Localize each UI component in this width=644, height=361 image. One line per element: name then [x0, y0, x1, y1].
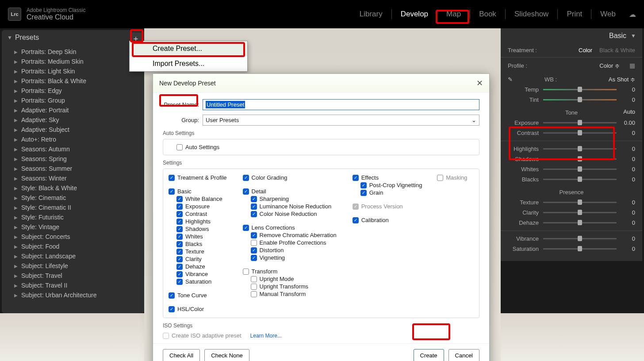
- chk-contrast[interactable]: ✓: [176, 211, 183, 217]
- presets-header[interactable]: ▼ Presets ＋: [2, 30, 144, 45]
- saturation-slider[interactable]: [543, 248, 617, 250]
- module-web[interactable]: Web: [599, 8, 617, 20]
- chk-vibrance[interactable]: ✓: [176, 271, 183, 277]
- chk-masking[interactable]: [437, 175, 443, 181]
- module-map[interactable]: Map: [445, 8, 462, 20]
- preset-item[interactable]: ▶Portraits: Group: [2, 96, 144, 105]
- chk-exposure[interactable]: ✓: [176, 204, 183, 210]
- chk-basic[interactable]: ✓: [169, 188, 175, 195]
- preset-item[interactable]: ▶Seasons: Autumn: [2, 144, 144, 154]
- chk-effects[interactable]: ✓: [353, 175, 359, 181]
- chk-saturation[interactable]: ✓: [176, 279, 183, 285]
- texture-slider[interactable]: [543, 202, 617, 203]
- vibrance-slider[interactable]: [543, 238, 617, 239]
- dehaze-slider[interactable]: [543, 222, 617, 223]
- module-slideshow[interactable]: Slideshow: [514, 8, 550, 20]
- cloud-sync-icon[interactable]: ☁: [629, 10, 636, 19]
- chk-grain[interactable]: ✓: [360, 190, 367, 196]
- preset-item[interactable]: ▶Subject: Concerts: [2, 232, 144, 242]
- close-icon[interactable]: ✕: [476, 78, 483, 88]
- chk-clarity[interactable]: ✓: [176, 256, 183, 262]
- preset-item[interactable]: ▶Seasons: Summer: [2, 164, 144, 173]
- highlights-slider[interactable]: [543, 148, 617, 150]
- create-button[interactable]: Create: [414, 349, 444, 361]
- profile-select[interactable]: Color ≑: [599, 62, 620, 69]
- whites-value[interactable]: 0: [621, 166, 635, 173]
- module-develop[interactable]: Develop: [400, 8, 429, 20]
- preset-item[interactable]: ▶Style: Vintage: [2, 222, 144, 232]
- chk-lens[interactable]: ✓: [243, 225, 249, 231]
- chk-color-noise-reduction[interactable]: ✓: [251, 211, 257, 217]
- learn-more-link[interactable]: Learn More...: [250, 333, 282, 339]
- preset-name-input[interactable]: Untitled Preset: [203, 99, 479, 110]
- chk-tone-curve[interactable]: ✓: [169, 292, 175, 299]
- preset-item[interactable]: ▶Subject: Lifestyle: [2, 261, 144, 271]
- check-none-button[interactable]: Check None: [204, 349, 249, 361]
- chk-hsl[interactable]: ✓: [169, 306, 175, 312]
- profile-browser-icon[interactable]: ▦: [629, 62, 635, 69]
- chk-vignetting[interactable]: ✓: [251, 255, 257, 261]
- preset-item[interactable]: ▶Portraits: Black & White: [2, 76, 144, 86]
- saturation-value[interactable]: 0: [621, 246, 635, 252]
- preset-item[interactable]: ▶Seasons: Spring: [2, 154, 144, 164]
- chk-color-grading[interactable]: ✓: [243, 175, 249, 181]
- chk-highlights[interactable]: ✓: [176, 219, 183, 225]
- vibrance-value[interactable]: 0: [621, 235, 635, 242]
- chk-sharpening[interactable]: ✓: [251, 196, 257, 202]
- treatment-color[interactable]: Color: [579, 47, 592, 54]
- clarity-slider[interactable]: [543, 212, 617, 213]
- contrast-value[interactable]: 0: [621, 130, 635, 136]
- chk-detail[interactable]: ✓: [243, 188, 249, 195]
- menu-create-preset[interactable]: Create Preset...: [130, 41, 247, 56]
- group-select[interactable]: User Presets⌄: [203, 115, 479, 126]
- module-book[interactable]: Book: [478, 8, 497, 20]
- whites-slider[interactable]: [543, 169, 617, 170]
- chk-dehaze[interactable]: ✓: [176, 264, 183, 270]
- shadows-value[interactable]: 0: [621, 156, 635, 162]
- chk-upright-mode[interactable]: [251, 276, 257, 282]
- tint-slider[interactable]: [543, 99, 617, 100]
- chk-treatment[interactable]: ✓: [169, 175, 175, 181]
- dehaze-value[interactable]: 0: [621, 219, 635, 226]
- clarity-value[interactable]: 0: [621, 209, 635, 216]
- chk-remove-chromatic-aberration[interactable]: ✓: [251, 232, 257, 238]
- wb-select[interactable]: As Shot ≑: [609, 76, 635, 83]
- chk-distortion[interactable]: ✓: [251, 247, 257, 253]
- preset-item[interactable]: ▶Style: Black & White: [2, 183, 144, 193]
- preset-item[interactable]: ▶Portraits: Light Skin: [2, 66, 144, 76]
- contrast-slider[interactable]: [543, 132, 617, 134]
- blacks-slider[interactable]: [543, 179, 617, 180]
- preset-item[interactable]: ▶Seasons: Winter: [2, 173, 144, 183]
- blacks-value[interactable]: 0: [621, 176, 635, 183]
- temp-slider[interactable]: [543, 89, 617, 90]
- preset-item[interactable]: ▶Subject: Travel: [2, 271, 144, 280]
- preset-item[interactable]: ▶Portraits: Deep Skin: [2, 47, 144, 57]
- basic-panel-header[interactable]: Basic▼: [501, 28, 642, 43]
- preset-item[interactable]: ▶Adaptive: Sky: [2, 115, 144, 125]
- chk-whites[interactable]: ✓: [176, 234, 183, 240]
- preset-item[interactable]: ▶Style: Futuristic: [2, 212, 144, 222]
- preset-item[interactable]: ▶Adaptive: Subject: [2, 125, 144, 134]
- auto-tone-button[interactable]: Auto: [623, 108, 635, 115]
- chk-upright-transforms[interactable]: [251, 284, 257, 290]
- check-all-button[interactable]: Check All: [163, 349, 200, 361]
- preset-item[interactable]: ▶Adaptive: Portrait: [2, 105, 144, 115]
- treatment-bw[interactable]: Black & White: [599, 47, 635, 54]
- shadows-slider[interactable]: [543, 158, 617, 160]
- highlights-value[interactable]: 0: [621, 146, 635, 152]
- preset-item[interactable]: ▶Style: Cinematic II: [2, 203, 144, 212]
- chk-calibration[interactable]: ✓: [353, 217, 359, 223]
- temp-value[interactable]: 0: [621, 86, 635, 93]
- chk-transform[interactable]: [243, 269, 249, 275]
- preset-item[interactable]: ▶Auto+: Retro: [2, 134, 144, 144]
- chk-manual-transform[interactable]: [251, 291, 257, 297]
- menu-import-presets[interactable]: Import Presets...: [130, 56, 247, 71]
- exposure-slider[interactable]: [543, 122, 617, 123]
- preset-item[interactable]: ▶Subject: Food: [2, 242, 144, 251]
- chk-shadows[interactable]: ✓: [176, 226, 183, 232]
- chk-texture[interactable]: ✓: [176, 249, 183, 255]
- preset-item[interactable]: ▶Subject: Landscape: [2, 251, 144, 261]
- cancel-button[interactable]: Cancel: [448, 349, 479, 361]
- chk-blacks[interactable]: ✓: [176, 241, 183, 247]
- preset-item[interactable]: ▶Subject: Urban Architecture: [2, 290, 144, 300]
